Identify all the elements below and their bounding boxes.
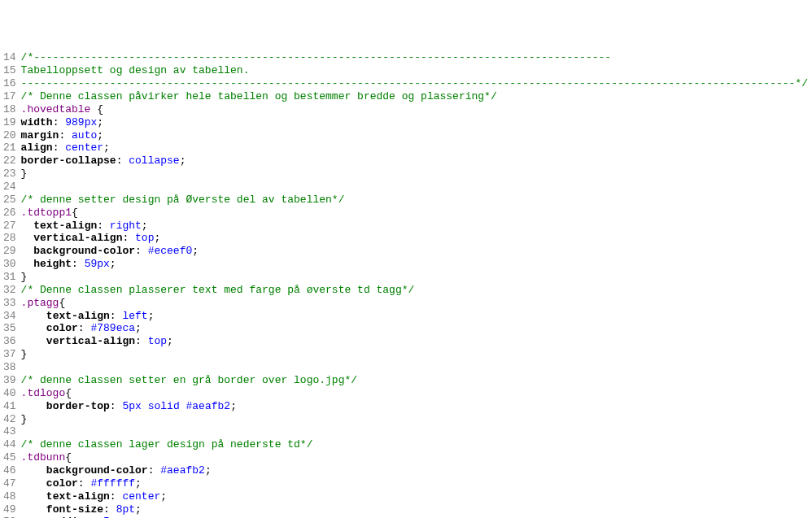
token-pn: ; <box>110 258 116 270</box>
code-line[interactable]: border-top: 5px solid #aeafb2; <box>21 400 808 413</box>
code-line[interactable]: .ptagg{ <box>21 297 808 310</box>
token-pn: : <box>53 141 66 154</box>
token-kw: collapse <box>129 155 179 167</box>
line-number: 41 <box>3 400 16 413</box>
line-number: 45 <box>3 451 16 464</box>
line-number: 47 <box>3 477 16 490</box>
token-pn <box>180 400 186 412</box>
token-un: px <box>129 400 142 412</box>
code-line[interactable]: vertical-align: top; <box>21 232 808 245</box>
code-line[interactable]: font-size: 8pt; <box>21 503 808 516</box>
code-line[interactable]: border-collapse: collapse; <box>21 155 808 168</box>
code-line[interactable]: } <box>21 348 808 361</box>
line-number: 21 <box>3 141 16 155</box>
token-pn <box>21 464 46 477</box>
code-line[interactable]: text-align: right; <box>21 220 808 233</box>
line-number: 27 <box>3 220 16 233</box>
token-un: px <box>97 258 110 270</box>
code-line[interactable]: vertical-align: top; <box>21 335 808 348</box>
token-sel: .ptagg <box>21 297 59 309</box>
token-pn: : <box>97 220 110 232</box>
token-pn: ; <box>180 155 186 167</box>
token-hex: #aeafb2 <box>160 464 205 477</box>
code-line[interactable]: background-color: #aeafb2; <box>21 464 808 477</box>
code-line[interactable]: color: #ffffff; <box>21 477 808 490</box>
token-pn: { <box>65 387 72 399</box>
token-pn: : <box>135 245 148 257</box>
code-line[interactable]: color: #789eca; <box>21 322 808 335</box>
code-content[interactable]: /*--------------------------------------… <box>21 51 812 518</box>
token-c: /* Denne classen påvirker hele tabellen … <box>21 90 497 102</box>
token-pn <box>21 490 46 503</box>
code-line[interactable]: width: 989px; <box>21 116 808 129</box>
token-pn <box>21 477 46 490</box>
token-pn: ; <box>192 245 199 257</box>
code-line[interactable]: } <box>21 168 808 181</box>
code-line[interactable]: /* denne classen lager design på nederst… <box>21 438 808 451</box>
code-line[interactable]: /* Denne classen plasserer text med farg… <box>21 284 808 297</box>
code-line[interactable]: height: 59px; <box>21 258 808 271</box>
code-line[interactable]: background-color: #eceef0; <box>21 245 808 258</box>
token-pr: width <box>21 116 53 128</box>
token-pr: background-color <box>33 245 135 257</box>
code-line[interactable]: } <box>21 413 808 426</box>
line-number: 46 <box>3 464 16 477</box>
code-line[interactable]: .tdbunn{ <box>21 451 808 464</box>
token-pn: : <box>122 232 135 244</box>
token-num: 989 <box>65 116 84 128</box>
token-hex: #eceef0 <box>148 245 193 257</box>
code-line[interactable]: margin: auto; <box>21 129 808 142</box>
token-pn <box>142 400 148 412</box>
token-c: /* Denne classen plasserer text med farg… <box>21 284 415 296</box>
code-line[interactable]: Tabelloppsett og design av tabellen. <box>21 64 808 77</box>
token-sel: .tdbunn <box>21 451 66 464</box>
line-number: 25 <box>3 194 16 207</box>
token-pr: color <box>46 322 78 334</box>
code-line[interactable] <box>21 361 808 374</box>
code-line[interactable]: .hovedtable { <box>21 103 808 116</box>
token-hex: #789eca <box>90 322 135 334</box>
token-c: Tabelloppsett og design av tabellen. <box>21 64 250 76</box>
token-hex: #ffffff <box>90 477 135 490</box>
code-line[interactable]: .tdlogo{ <box>21 387 808 400</box>
line-number: 49 <box>3 503 16 516</box>
token-pn: ; <box>97 116 103 128</box>
token-sel: .hovedtable <box>21 103 91 115</box>
token-pn: : <box>148 464 161 477</box>
token-pr: height <box>33 258 72 270</box>
code-line[interactable] <box>21 425 808 438</box>
line-number: 17 <box>3 90 16 103</box>
line-number: 23 <box>3 168 16 181</box>
code-line[interactable]: text-align: left; <box>21 310 808 323</box>
code-line[interactable]: ----------------------------------------… <box>21 77 808 90</box>
line-number: 42 <box>3 413 16 426</box>
code-line[interactable]: } <box>21 271 808 284</box>
token-pn <box>21 335 46 347</box>
code-line[interactable] <box>21 181 808 194</box>
token-kw: top <box>148 335 167 347</box>
token-pr: font-size <box>46 503 103 516</box>
code-line[interactable]: /* denne classen setter en grå border ov… <box>21 374 808 387</box>
token-pn: ; <box>230 400 237 412</box>
code-line[interactable]: /* denne setter design på Øverste del av… <box>21 194 808 207</box>
code-line[interactable]: /* Denne classen påvirker hele tabellen … <box>21 90 808 103</box>
code-line[interactable]: align: center; <box>21 141 808 155</box>
code-line[interactable]: text-align: center; <box>21 490 808 503</box>
code-line[interactable]: .tdtopp1{ <box>21 207 808 220</box>
code-line[interactable]: /*--------------------------------------… <box>21 51 808 64</box>
token-pn: ; <box>135 322 142 334</box>
line-number-gutter: 1415161718192021222324252627282930313233… <box>0 51 21 518</box>
token-kw: right <box>110 220 142 232</box>
token-c: /* denne setter design på Øverste del av… <box>21 194 345 206</box>
token-pr: margin <box>21 129 59 141</box>
token-kw: auto <box>72 129 97 141</box>
code-editor[interactable]: 1415161718192021222324252627282930313233… <box>0 51 812 518</box>
token-pr: text-align <box>33 220 97 232</box>
line-number: 31 <box>3 271 16 284</box>
token-pn: ; <box>160 490 167 503</box>
line-number: 20 <box>3 129 16 142</box>
token-un: px <box>85 116 98 128</box>
token-pr: border-top <box>46 400 110 412</box>
token-pn: ; <box>142 220 148 232</box>
line-number: 37 <box>3 348 16 361</box>
